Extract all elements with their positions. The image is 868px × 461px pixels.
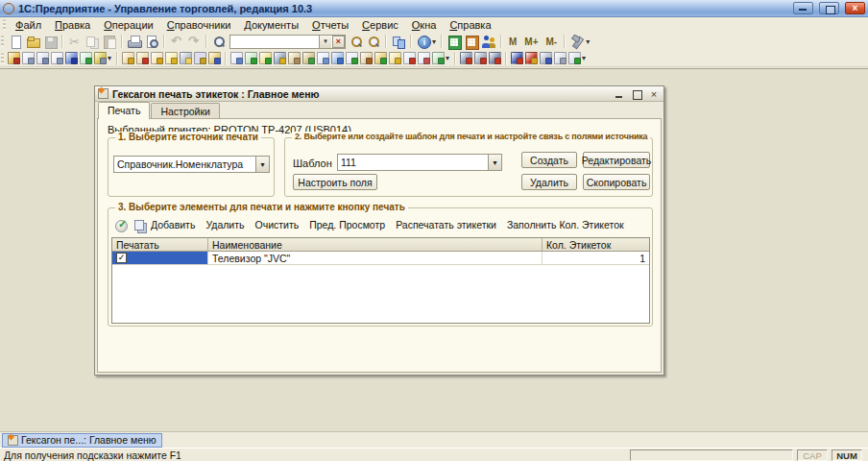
- calculator-icon[interactable]: [446, 35, 462, 49]
- find-next-icon[interactable]: [349, 35, 364, 49]
- restore-button[interactable]: [819, 2, 839, 14]
- chevron-down-icon[interactable]: ▼: [488, 155, 501, 170]
- return-doc-icon[interactable]: [360, 52, 373, 64]
- copy-rows-icon[interactable]: [133, 218, 147, 232]
- menubar-item-operations[interactable]: Операции: [97, 18, 159, 32]
- info-icon-dropdown[interactable]: ▾: [432, 37, 436, 46]
- blue-doc-icon[interactable]: [230, 52, 243, 64]
- warehouse-icon[interactable]: [302, 52, 315, 64]
- cash-in-icon[interactable]: [180, 52, 192, 64]
- dialog-minimize-button[interactable]: [613, 88, 626, 100]
- service-settings-icon[interactable]: [569, 35, 585, 49]
- create-template-button[interactable]: Создать: [521, 152, 577, 168]
- open-document-icon[interactable]: [25, 35, 40, 49]
- window-tab-button[interactable]: Гексагон пе...: Главное меню: [2, 433, 162, 448]
- delete-template-button[interactable]: Удалить: [521, 174, 577, 190]
- quick-search-input[interactable]: [230, 36, 319, 48]
- memory-recall-button[interactable]: M: [505, 36, 520, 47]
- green-sprout-icon-1[interactable]: [245, 52, 257, 64]
- person-doc-icon[interactable]: [418, 52, 430, 64]
- user-report-icon-3[interactable]: [489, 52, 501, 64]
- verify-icon[interactable]: [568, 52, 581, 64]
- payment-doc-icon[interactable]: [274, 52, 286, 64]
- registry-icon[interactable]: [554, 52, 567, 64]
- menubar-item-reports[interactable]: Отчеты: [305, 18, 355, 32]
- red-book-icon[interactable]: [8, 52, 20, 64]
- print-preview-icon[interactable]: [144, 35, 159, 49]
- calendar-icon[interactable]: [464, 35, 479, 49]
- find-icon[interactable]: [211, 35, 227, 49]
- find-previous-icon[interactable]: [366, 35, 381, 49]
- pencils-icon[interactable]: [94, 52, 107, 64]
- search-dropdown-icon[interactable]: ▾: [319, 36, 331, 48]
- copy-icon[interactable]: [84, 35, 100, 49]
- cashbox-icon[interactable]: [288, 52, 301, 64]
- name-cell[interactable]: Телевизор "JVC": [208, 252, 542, 264]
- print-labels-button[interactable]: Распечатать этикетки: [396, 219, 496, 230]
- label-count-cell[interactable]: 1: [542, 252, 649, 264]
- red-person-icon[interactable]: [136, 52, 149, 64]
- verify-icon-dropdown[interactable]: ▾: [582, 54, 586, 62]
- print-checkbox[interactable]: ✓: [116, 253, 127, 263]
- journal-icon-3[interactable]: [540, 52, 552, 64]
- menubar-item-windows[interactable]: Окна: [405, 18, 444, 32]
- coin-blue-icon[interactable]: [208, 52, 221, 64]
- journal-icon-2[interactable]: [525, 52, 538, 64]
- column-header[interactable]: Кол. Этикеток: [542, 238, 649, 251]
- coins-icon-1[interactable]: [165, 52, 178, 64]
- configure-fields-button[interactable]: Настроить поля: [293, 174, 377, 190]
- fill-label-count-button[interactable]: Заполнить Кол. Этикеток: [507, 219, 624, 230]
- green-book-icon[interactable]: [432, 52, 445, 64]
- cut-icon[interactable]: [67, 35, 83, 49]
- info-icon[interactable]: [416, 35, 431, 49]
- service-settings-icon-dropdown[interactable]: ▾: [586, 37, 590, 46]
- save-icon[interactable]: [42, 35, 58, 49]
- green-table-icon[interactable]: [80, 52, 92, 64]
- menubar-item-file[interactable]: Файл: [9, 18, 48, 32]
- green-book-icon-dropdown[interactable]: ▾: [446, 54, 449, 62]
- column-header[interactable]: Наименование: [208, 238, 542, 251]
- menubar-item-documents[interactable]: Документы: [237, 18, 305, 32]
- menubar-item-service[interactable]: Сервис: [355, 18, 405, 32]
- memory-add-button[interactable]: M+: [520, 36, 542, 47]
- coins-icon-2[interactable]: [389, 52, 401, 64]
- clear-items-button[interactable]: Очистить: [255, 219, 300, 230]
- printer-doc-icon-1[interactable]: [22, 52, 35, 64]
- menubar-item-help[interactable]: Справка: [443, 18, 497, 32]
- pencils-icon-dropdown[interactable]: ▾: [108, 54, 111, 62]
- forward-icon[interactable]: [186, 35, 202, 49]
- green-sprout-icon-2[interactable]: [259, 52, 272, 64]
- search-clear-icon[interactable]: ×: [332, 36, 345, 48]
- users-icon[interactable]: [481, 35, 496, 49]
- delete-item-button[interactable]: Удалить: [205, 219, 244, 230]
- people-blue-icon[interactable]: [65, 52, 78, 64]
- cancel-doc-icon[interactable]: [403, 52, 416, 64]
- cash-out-icon[interactable]: [194, 52, 206, 64]
- minimize-button[interactable]: [793, 2, 813, 14]
- check-all-icon[interactable]: [114, 218, 129, 232]
- paste-icon[interactable]: [102, 35, 117, 49]
- new-document-icon[interactable]: [8, 35, 23, 49]
- print-source-combobox[interactable]: Справочник.Номенклатура ▼: [113, 156, 270, 173]
- add-doc-icon[interactable]: [346, 52, 358, 64]
- approve-payment-icon[interactable]: [374, 52, 387, 64]
- dialog-close-button[interactable]: ×: [647, 88, 661, 100]
- copy-template-button[interactable]: Скопировать: [583, 174, 650, 190]
- menubar-item-catalogs[interactable]: Справочники: [160, 18, 238, 32]
- user-report-icon-1[interactable]: [460, 52, 472, 64]
- dialog-maximize-button[interactable]: [630, 88, 643, 100]
- back-icon[interactable]: [169, 35, 184, 49]
- exchange-icon[interactable]: [331, 52, 344, 64]
- template-combobox[interactable]: 111 ▼: [337, 154, 502, 171]
- table-row[interactable]: ✓Телевизор "JVC"1: [112, 252, 649, 265]
- menubar-item-edit[interactable]: Правка: [48, 18, 97, 32]
- user-report-icon-2[interactable]: [474, 52, 487, 64]
- column-header[interactable]: Печатать: [112, 238, 208, 251]
- dialog-tab-print[interactable]: Печать: [98, 102, 150, 119]
- journal-icon-1[interactable]: [511, 52, 523, 64]
- close-button[interactable]: ×: [845, 2, 865, 14]
- copy-doc-icon[interactable]: [317, 52, 329, 64]
- refresh-icon[interactable]: [391, 35, 406, 49]
- printer-doc-icon-3[interactable]: [51, 52, 63, 64]
- edit-template-button[interactable]: Редактировать: [583, 152, 650, 168]
